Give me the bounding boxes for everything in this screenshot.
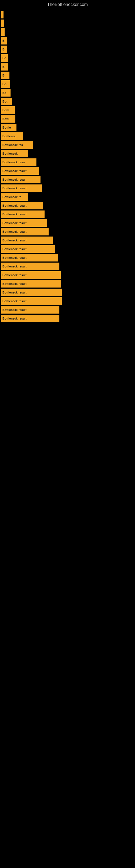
bar-label: Bot <box>2 100 7 103</box>
bar-row: Bottleneck result <box>1 306 135 314</box>
site-title: TheBottlenecker.com <box>0 0 135 8</box>
bar-row: Bottleneck result <box>1 184 135 192</box>
bar-item: Bottleneck result <box>1 297 62 305</box>
bar-row: Bottleneck result <box>1 297 135 305</box>
bar-item: Bottleneck result <box>1 306 59 314</box>
bar-item: Bottleneck result <box>1 254 58 261</box>
bar-item: Bottleneck result <box>1 262 59 270</box>
bar-label: Bottleneck resu <box>2 161 25 164</box>
bar-row: Bottleneck result <box>1 202 135 209</box>
bar-label: Bottleneck result <box>2 265 27 268</box>
bar-row: Bottleneck result <box>1 315 135 322</box>
bar-row: Bottleneck result <box>1 289 135 296</box>
bar-item: Bottleneck result <box>1 271 61 279</box>
bar-row: Bottleneck result <box>1 167 135 175</box>
bar-label: Bo <box>2 56 6 60</box>
bar-row <box>1 11 135 19</box>
bar-label: Bo <box>2 91 6 94</box>
bar-row: Bottle <box>1 124 135 131</box>
bar-label: B <box>2 65 5 68</box>
bar-row: Bottleneck result <box>1 262 135 270</box>
bar-item: Bo <box>1 80 10 88</box>
bar-item: Bottleneck result <box>1 237 53 244</box>
bars-container: BBBoBBBoBoBotBottlBottlBottleBottlenecBo… <box>0 8 135 323</box>
bar-item: Bottleneck resu <box>1 176 41 183</box>
bar-item: B <box>1 45 7 53</box>
bar-row: Bottl <box>1 115 135 123</box>
bar-row: Bottl <box>1 106 135 114</box>
bar-label: Bottleneck result <box>2 239 27 242</box>
bar-item: Bottleneck result <box>1 202 43 209</box>
bar-label: Bottleneck result <box>2 300 27 303</box>
bar-label: Bottleneck result <box>2 204 27 207</box>
bar-row: Bottleneck re <box>1 193 135 201</box>
bar-label: Bottleneck resu <box>2 178 25 181</box>
bar-row: Bottleneck <box>1 150 135 157</box>
bar-label: Bottleneck result <box>2 291 27 294</box>
bar-item: Bottleneck result <box>1 245 55 253</box>
bar-row: Bottleneck result <box>1 211 135 218</box>
bar-item: Bottleneck result <box>1 167 39 175</box>
bar-label: Bottl <box>2 117 9 120</box>
bar-row: Bottleneck result <box>1 245 135 253</box>
bar-row: Bottleneck result <box>1 254 135 261</box>
bar-row: Bottlenec <box>1 132 135 140</box>
bar-label: Bo <box>2 83 6 86</box>
bar-row: B <box>1 45 135 53</box>
bar-item: Bottleneck resu <box>1 158 37 166</box>
bar-item: Bottleneck res <box>1 141 33 149</box>
bar-item: Bottleneck <box>1 150 28 157</box>
bar-item: Bottleneck result <box>1 289 62 296</box>
bar-item: Bottleneck result <box>1 228 49 236</box>
bar-row <box>1 28 135 36</box>
bar-item: Bottleneck result <box>1 184 42 192</box>
bar-label: Bottleneck re <box>2 195 21 198</box>
bar-row: Bo <box>1 89 135 97</box>
bar-label: Bottleneck result <box>2 282 27 285</box>
bar-item: Bottleneck result <box>1 315 59 322</box>
bar-label: Bottle <box>2 126 11 129</box>
bar-item <box>1 11 3 19</box>
bar-item: Bottl <box>1 106 15 114</box>
bar-item: Bottlenec <box>1 132 23 140</box>
bar-label: Bottleneck result <box>2 169 27 173</box>
bar-row: Bottleneck result <box>1 219 135 227</box>
bar-row: B <box>1 72 135 79</box>
bar-item: B <box>1 37 7 44</box>
bar-label: Bottl <box>2 108 9 112</box>
bar-row: Bo <box>1 80 135 88</box>
bar-item: Bottle <box>1 124 16 131</box>
bar-label: B <box>2 48 5 51</box>
bar-item: B <box>1 63 8 70</box>
bar-item <box>1 28 5 36</box>
bar-item: Bottleneck result <box>1 211 45 218</box>
bar-label: Bottleneck result <box>2 221 27 225</box>
bar-row: Bottleneck result <box>1 228 135 236</box>
bar-label: B <box>2 74 5 77</box>
bar-label: Bottlenec <box>2 134 16 138</box>
bar-row: Bottleneck res <box>1 141 135 149</box>
bar-label: Bottleneck result <box>2 213 27 216</box>
bar-item: Bo <box>1 89 10 97</box>
bar-label: Bottleneck result <box>2 317 27 320</box>
bar-item: Bottleneck result <box>1 280 61 287</box>
bar-row: Bot <box>1 98 135 105</box>
bar-row <box>1 20 135 27</box>
bar-item: Bot <box>1 98 12 105</box>
bar-label: Bottleneck result <box>2 308 27 311</box>
bar-row: Bo <box>1 54 135 62</box>
bar-item: B <box>1 72 9 79</box>
bar-row: Bottleneck result <box>1 271 135 279</box>
bar-label: Bottleneck result <box>2 230 27 233</box>
bar-label: Bottleneck result <box>2 187 27 190</box>
bar-row: Bottleneck resu <box>1 176 135 183</box>
bar-label: Bottleneck <box>2 152 17 155</box>
bar-row: B <box>1 63 135 70</box>
bar-label: Bottleneck result <box>2 256 27 259</box>
bar-label: Bottleneck res <box>2 143 23 147</box>
bar-row: Bottleneck resu <box>1 158 135 166</box>
bar-row: Bottleneck result <box>1 237 135 244</box>
bar-item: Bottl <box>1 115 15 123</box>
bar-label: Bottleneck result <box>2 247 27 251</box>
bar-label: Bottleneck result <box>2 273 27 277</box>
